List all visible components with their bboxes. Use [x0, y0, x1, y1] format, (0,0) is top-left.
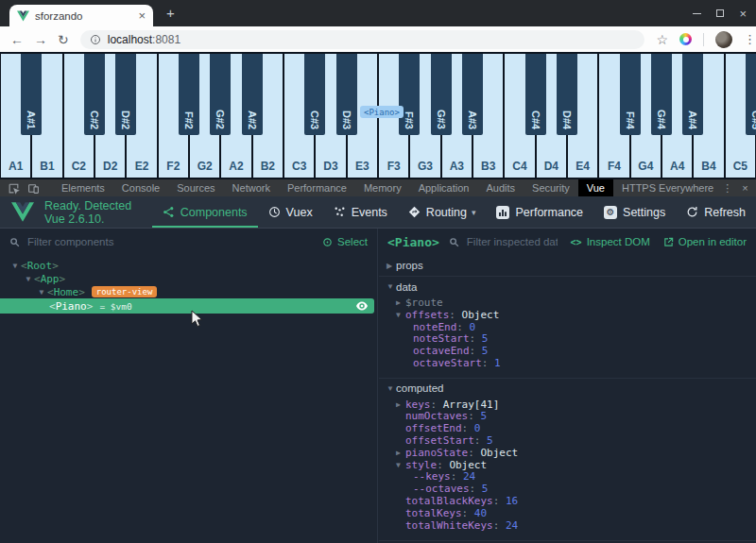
filter-components-input[interactable]: Filter components [27, 236, 309, 247]
expander-icon[interactable]: ▶ [396, 298, 405, 307]
back-icon[interactable]: ← [10, 32, 24, 47]
black-key-Ds4[interactable]: D#4 [557, 54, 577, 135]
black-key-Cs4[interactable]: C#4 [525, 54, 546, 135]
black-key-Gs2[interactable]: G#2 [210, 54, 231, 135]
maximize-button[interactable] [716, 9, 724, 17]
black-key-As3[interactable]: A#3 [462, 54, 483, 135]
black-key-As1[interactable]: A#1 [21, 54, 42, 135]
black-key-Fs3[interactable]: F#3 [399, 54, 420, 135]
devtools-tab-elements[interactable]: Elements [53, 179, 113, 196]
property-row---keys[interactable]: --keys: 24 [379, 471, 756, 484]
black-key-Gs4[interactable]: G#4 [651, 54, 672, 135]
expander-icon[interactable]: ▼ [396, 461, 405, 469]
vue-tab-events[interactable]: Events [323, 196, 398, 228]
filter-inspected-data-input[interactable]: Filter inspected data [467, 236, 558, 247]
devtools-tab-performance[interactable]: Performance [279, 179, 355, 196]
black-key-As4[interactable]: A#4 [682, 54, 703, 135]
devtools-tab-https-everywhere[interactable]: HTTPS Everywhere [613, 179, 722, 196]
expander-icon[interactable]: ▶ [387, 262, 396, 270]
property-row-pianoState[interactable]: ▶pianoState: Object [379, 447, 756, 459]
devtools-tab-vue[interactable]: Vue [578, 179, 613, 196]
property-row-totalBlackKeys[interactable]: totalBlackKeys: 16 [379, 495, 756, 507]
property-row---octaves[interactable]: --octaves: 5 [379, 483, 756, 495]
section-header-computed[interactable]: ▼computed [379, 378, 756, 399]
tree-node-app[interactable]: ▼<App> [0, 272, 377, 285]
section-header-data[interactable]: ▼data [379, 276, 756, 297]
devtools-tab-application[interactable]: Application [410, 179, 478, 196]
property-value: 5 [487, 434, 493, 447]
tab-close-icon[interactable]: × [138, 9, 146, 22]
inspect-dom-button[interactable]: <> Inspect DOM [571, 236, 650, 247]
reload-icon[interactable]: ↻ [58, 32, 69, 47]
devtools-tab-security[interactable]: Security [524, 179, 578, 196]
property-row-style[interactable]: ▼style: Object [379, 459, 756, 471]
window-close-button[interactable]: × [739, 8, 747, 20]
expander-icon[interactable]: ▶ [396, 400, 405, 409]
devtools-tab-memory[interactable]: Memory [355, 179, 410, 196]
section-header-props[interactable]: ▶props [379, 255, 756, 276]
devtools-menu-icon[interactable]: ⋮ [722, 182, 732, 195]
select-component-button[interactable]: Select [322, 236, 368, 247]
devtools-close-icon[interactable]: × [742, 182, 747, 194]
devtools-tab-network[interactable]: Network [224, 179, 279, 196]
bookmark-star-icon[interactable]: ☆ [656, 32, 668, 47]
expander-icon[interactable]: ▼ [9, 262, 21, 270]
vue-tab-performance[interactable]: Performance [486, 196, 593, 228]
vue-tab-refresh[interactable]: Refresh [676, 196, 756, 228]
black-key-Cs3[interactable]: C#3 [304, 54, 325, 135]
devtools-tab-sources[interactable]: Sources [168, 179, 223, 196]
eye-icon[interactable] [356, 301, 368, 314]
vue-tab-settings[interactable]: ⚙Settings [593, 196, 676, 228]
key-label: G3 [410, 160, 439, 173]
browser-tab[interactable]: sforzando × [9, 5, 153, 26]
key-value-separator: : [451, 470, 463, 483]
minimize-button[interactable] [693, 13, 701, 14]
profile-avatar[interactable] [715, 31, 732, 48]
browser-menu-icon[interactable]: ⋮ [744, 32, 756, 46]
expander-icon[interactable]: ▶ [396, 449, 405, 457]
black-key-Ds2[interactable]: D#2 [115, 54, 136, 135]
property-row-noteStart[interactable]: noteStart: 5 [379, 332, 756, 345]
black-key-Gs3[interactable]: G#3 [431, 54, 452, 135]
property-row-octaveStart[interactable]: octaveStart: 1 [379, 357, 756, 369]
property-row-offsetEnd[interactable]: offsetEnd: 0 [379, 422, 756, 434]
tree-node-home[interactable]: ▼<Home>router-view [0, 285, 377, 298]
expander-icon[interactable]: ▼ [387, 282, 396, 291]
new-tab-button[interactable]: + [166, 6, 175, 20]
expander-icon[interactable]: ▼ [396, 311, 405, 319]
black-key-As2[interactable]: A#2 [242, 54, 263, 135]
property-row-offsets[interactable]: ▼offsets: Object [379, 309, 756, 321]
vue-tab-components[interactable]: Components [152, 196, 258, 228]
property-row-totalKeys[interactable]: totalKeys: 40 [379, 507, 756, 519]
inspect-element-icon[interactable] [8, 182, 20, 195]
address-bar[interactable]: localhost:8081 [80, 30, 645, 49]
key-label: C3 [284, 160, 314, 173]
vue-tab-routing[interactable]: Routing▾ [398, 196, 487, 228]
property-row-totalWhiteKeys[interactable]: totalWhiteKeys: 24 [379, 519, 756, 532]
black-key-Fs4[interactable]: F#4 [620, 54, 641, 135]
vue-tab-vuex[interactable]: Vuex [258, 196, 323, 228]
black-key-Ds3[interactable]: D#3 [336, 54, 357, 135]
devtools-tab-audits[interactable]: Audits [477, 179, 524, 196]
open-in-editor-button[interactable]: Open in editor [663, 236, 747, 247]
black-key-Cs5[interactable]: C#5 [746, 54, 756, 135]
property-row-octaveEnd[interactable]: octaveEnd: 5 [379, 345, 756, 357]
property-row-noteEnd[interactable]: noteEnd: 0 [379, 321, 756, 333]
expander-icon[interactable]: ▼ [23, 275, 34, 283]
property-row-route[interactable]: ▶$route [379, 297, 756, 309]
forward-icon[interactable]: → [34, 32, 47, 47]
black-key-Fs2[interactable]: F#2 [179, 54, 199, 135]
expander-icon[interactable]: ▼ [387, 384, 396, 393]
device-toolbar-icon[interactable] [27, 182, 40, 195]
black-key-Cs2[interactable]: C#2 [84, 54, 105, 135]
devtools-tab-console[interactable]: Console [113, 179, 168, 196]
property-row-keys[interactable]: ▶keys: Array[41] [379, 399, 756, 411]
property-key: $route [405, 297, 443, 309]
tree-node-piano[interactable]: <Piano>= $vm0 [0, 298, 374, 314]
expander-icon[interactable]: ▼ [36, 288, 47, 297]
tree-node-root[interactable]: ▼<Root> [0, 259, 377, 272]
info-icon[interactable] [90, 34, 101, 45]
property-row-offsetStart[interactable]: offsetStart: 5 [379, 434, 756, 447]
extension-icon[interactable] [679, 33, 692, 45]
property-row-numOctaves[interactable]: numOctaves: 5 [379, 411, 756, 423]
